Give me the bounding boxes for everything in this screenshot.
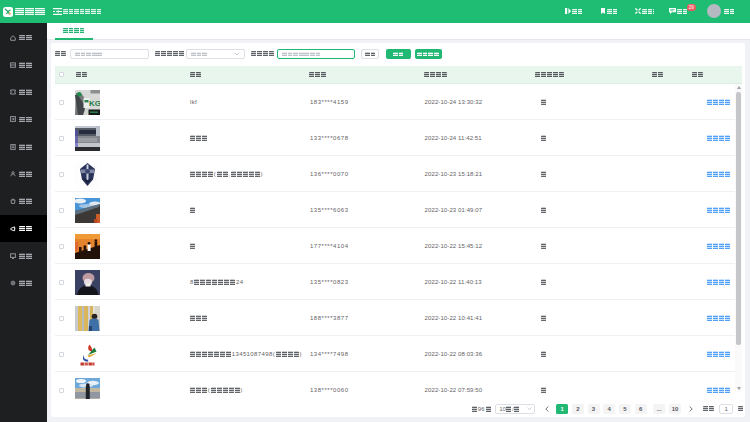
svg-text:KG: KG xyxy=(89,99,100,108)
